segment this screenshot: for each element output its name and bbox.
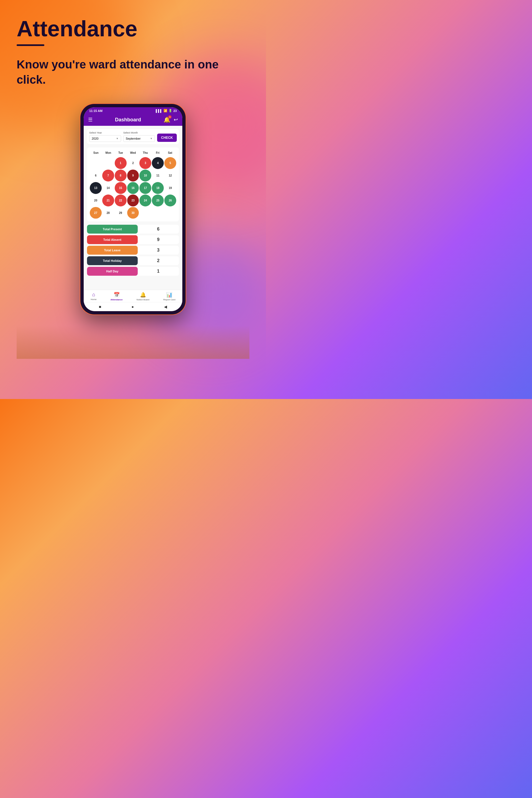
calendar-day bbox=[139, 207, 151, 219]
stat-label: Total Present bbox=[87, 225, 138, 233]
ripple-base bbox=[17, 326, 249, 359]
notification-bell[interactable]: 🔔 0 bbox=[164, 116, 170, 123]
month-value: September bbox=[126, 137, 141, 140]
calendar-day[interactable]: 2 bbox=[127, 157, 139, 169]
status-bar: 11:15 AM ▌▌▌ 📶 🔋 23 bbox=[84, 107, 182, 114]
calendar-day[interactable]: 3 bbox=[139, 157, 151, 169]
stat-value: 1 bbox=[138, 269, 179, 274]
stat-label: Half Day bbox=[87, 267, 138, 276]
water-area bbox=[17, 303, 249, 359]
calendar-day[interactable]: 23 bbox=[127, 194, 139, 206]
calendar-day[interactable]: 29 bbox=[115, 207, 127, 219]
status-icons: ▌▌▌ 📶 🔋 23 bbox=[156, 109, 177, 113]
year-select[interactable]: 2020 ▼ bbox=[89, 135, 121, 142]
stat-label: Total Leave bbox=[87, 246, 138, 255]
calendar-day[interactable]: 17 bbox=[139, 182, 151, 194]
report-icon: 📊 bbox=[166, 292, 172, 298]
page-title: Attendance bbox=[17, 17, 249, 41]
nav-home-label: Home bbox=[91, 298, 96, 301]
year-label: Select Year bbox=[89, 131, 121, 134]
wifi-icon: 📶 bbox=[164, 109, 167, 113]
calendar-day[interactable]: 28 bbox=[102, 207, 114, 219]
calendar-day[interactable]: 7 bbox=[102, 170, 114, 182]
nav-home[interactable]: ⌂ Home bbox=[91, 292, 96, 301]
phone-container: 11:15 AM ▌▌▌ 📶 🔋 23 ☰ Dashboard bbox=[17, 104, 249, 315]
stat-value: 6 bbox=[138, 227, 179, 232]
day-sat: Sat bbox=[164, 150, 176, 155]
notification-badge: 0 bbox=[168, 115, 172, 119]
calendar-day[interactable]: 8 bbox=[115, 170, 127, 182]
stat-label: Total Holiday bbox=[87, 256, 138, 265]
calendar-day[interactable]: 4 bbox=[152, 157, 164, 169]
day-thu: Thu bbox=[139, 150, 152, 155]
calendar-day[interactable]: 11 bbox=[152, 170, 164, 182]
phone-inner: 11:15 AM ▌▌▌ 📶 🔋 23 ☰ Dashboard bbox=[84, 107, 182, 311]
year-arrow-icon: ▼ bbox=[116, 137, 119, 140]
day-sun: Sun bbox=[90, 150, 102, 155]
calendar-day[interactable]: 1 bbox=[115, 157, 127, 169]
page-wrapper: Attendance Know you're ward attendance i… bbox=[0, 0, 266, 399]
nav-notice-label: Notice Board bbox=[137, 299, 149, 301]
notice-icon: 🔔 bbox=[140, 292, 146, 298]
calendar-day[interactable]: 16 bbox=[127, 182, 139, 194]
calendar-day bbox=[90, 157, 102, 169]
app-body: Select Year 2020 ▼ Select Month Septembe… bbox=[84, 126, 182, 290]
nav-report-label: Report Card bbox=[163, 299, 175, 301]
calendar-day[interactable]: 15 bbox=[115, 182, 127, 194]
home-icon: ⌂ bbox=[92, 292, 95, 298]
calendar-day[interactable]: 5 bbox=[164, 157, 176, 169]
logout-icon[interactable]: ↩ bbox=[174, 117, 178, 123]
app-title: Dashboard bbox=[115, 117, 141, 123]
calendar-day bbox=[102, 157, 114, 169]
year-select-group: Select Year 2020 ▼ bbox=[89, 131, 121, 142]
stats-section: Total Present6Total Absent9Total Leave3T… bbox=[87, 225, 179, 276]
stat-value: 3 bbox=[138, 248, 179, 253]
calendar-day[interactable]: 22 bbox=[115, 194, 127, 206]
stat-row: Total Absent9 bbox=[87, 235, 179, 244]
calendar-grid: 1234567891011121314151617181920212223242… bbox=[90, 157, 176, 218]
check-button[interactable]: CHECK bbox=[157, 134, 177, 142]
calendar-day[interactable]: 25 bbox=[152, 194, 164, 206]
calendar-day[interactable]: 13 bbox=[90, 182, 102, 194]
calendar-day bbox=[152, 207, 164, 219]
calendar-day[interactable]: 20 bbox=[90, 194, 102, 206]
calendar-day[interactable]: 6 bbox=[90, 170, 102, 182]
day-wed: Wed bbox=[127, 150, 139, 155]
calendar-day[interactable]: 21 bbox=[102, 194, 114, 206]
calendar-day bbox=[164, 207, 176, 219]
month-select[interactable]: September ▼ bbox=[123, 135, 155, 142]
calendar-header: Sun Mon Tue Wed Thu Fri Sat bbox=[90, 150, 176, 155]
stat-row: Total Leave3 bbox=[87, 246, 179, 255]
menu-icon[interactable]: ☰ bbox=[88, 117, 93, 123]
calendar-day[interactable]: 24 bbox=[139, 194, 151, 206]
calendar-day[interactable]: 10 bbox=[139, 170, 151, 182]
battery-icon: 🔋 bbox=[169, 109, 172, 113]
nav-attendance[interactable]: 📅 Attendance bbox=[111, 292, 123, 301]
stat-label: Total Absent bbox=[87, 235, 138, 244]
status-time: 11:15 AM bbox=[89, 109, 102, 113]
bottom-nav: ⌂ Home 📅 Attendance 🔔 Notice Board � bbox=[84, 290, 182, 302]
calendar-day[interactable]: 27 bbox=[90, 207, 102, 219]
calendar-day[interactable]: 30 bbox=[127, 207, 139, 219]
calendar-day[interactable]: 19 bbox=[164, 182, 176, 194]
nav-notice[interactable]: 🔔 Notice Board bbox=[137, 292, 149, 301]
signal-icon: ▌▌▌ bbox=[156, 109, 162, 113]
header-icons: 🔔 0 ↩ bbox=[164, 116, 178, 123]
content-area: Attendance Know you're ward attendance i… bbox=[0, 0, 266, 359]
stat-row: Half Day1 bbox=[87, 267, 179, 276]
app-header: ☰ Dashboard 🔔 0 ↩ bbox=[84, 114, 182, 126]
calendar-day[interactable]: 14 bbox=[102, 182, 114, 194]
day-fri: Fri bbox=[152, 150, 164, 155]
calendar-day[interactable]: 9 bbox=[127, 170, 139, 182]
calendar-day[interactable]: 26 bbox=[164, 194, 176, 206]
calendar-day[interactable]: 18 bbox=[152, 182, 164, 194]
calendar-day[interactable]: 12 bbox=[164, 170, 176, 182]
attendance-icon: 📅 bbox=[114, 292, 120, 298]
title-underline bbox=[17, 44, 44, 46]
page-subtitle: Know you're ward attendance in one click… bbox=[17, 57, 249, 87]
battery-level: 23 bbox=[173, 109, 177, 113]
nav-report[interactable]: 📊 Report Card bbox=[163, 292, 175, 301]
year-value: 2020 bbox=[92, 137, 98, 140]
nav-attendance-label: Attendance bbox=[111, 299, 123, 301]
month-label: Select Month bbox=[123, 131, 155, 134]
